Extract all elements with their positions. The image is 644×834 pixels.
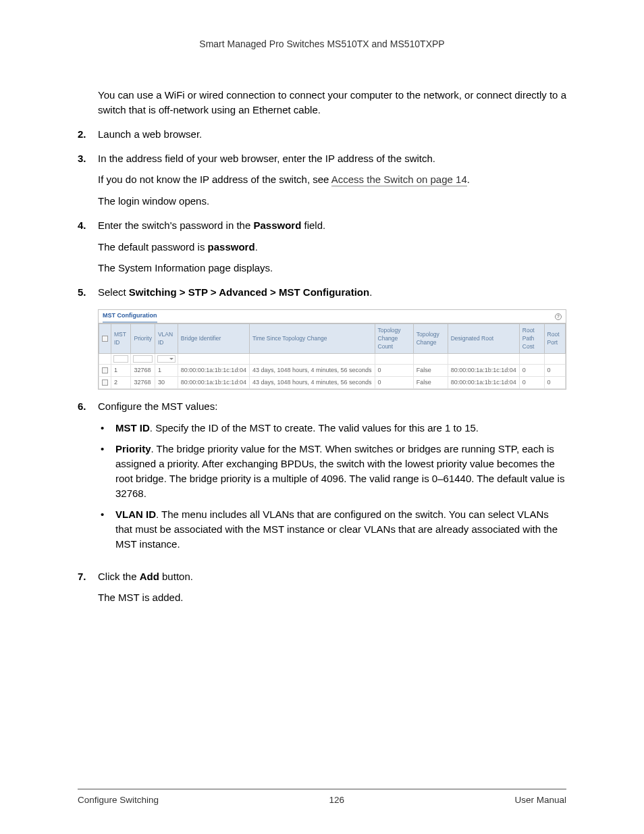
label-priority: Priority bbox=[115, 443, 151, 454]
filter-vlan-select[interactable] bbox=[157, 355, 176, 363]
col-mstid: MST ID bbox=[111, 323, 131, 353]
mst-config-screenshot: MST Configuration ? MST ID Priority VLAN… bbox=[98, 309, 566, 390]
cell-vlan: 1 bbox=[155, 364, 178, 376]
step-num-5: 5. bbox=[78, 285, 98, 300]
cell-tcc: 0 bbox=[375, 364, 413, 376]
label-mstid: MST ID bbox=[115, 422, 150, 434]
step-5-b: . bbox=[369, 286, 372, 298]
bullet-priority: • Priority. The bridge priority value fo… bbox=[98, 442, 566, 500]
step-3-text: In the address field of your web browser… bbox=[98, 151, 566, 166]
step-num-2: 2. bbox=[78, 127, 98, 142]
cell-bridge: 80:00:00:1a:1b:1c:1d:04 bbox=[178, 376, 249, 388]
col-tc: Topology Change bbox=[413, 323, 448, 353]
step-3-after: The login window opens. bbox=[98, 194, 566, 209]
row-checkbox[interactable] bbox=[102, 367, 108, 373]
step-4-note2: The System Information page displays. bbox=[98, 261, 566, 276]
bullet-icon: • bbox=[98, 507, 115, 551]
menu-path: Switching > STP > Advanced > MST Configu… bbox=[129, 286, 369, 298]
step-2-text: Launch a web browser. bbox=[98, 127, 566, 142]
table-row: 1 32768 1 80:00:00:1a:1b:1c:1d:04 43 day… bbox=[99, 364, 566, 376]
footer-section: Configure Switching bbox=[78, 793, 159, 807]
step-2: 2. Launch a web browser. bbox=[78, 127, 566, 142]
filter-row bbox=[99, 353, 566, 364]
default-password: password bbox=[208, 241, 255, 253]
cell-priority: 32768 bbox=[131, 364, 155, 376]
step-7-after: The MST is added. bbox=[98, 590, 566, 605]
col-priority: Priority bbox=[131, 323, 155, 353]
cell-mstid: 1 bbox=[111, 364, 131, 376]
text-mstid: . Specify the ID of the MST to create. T… bbox=[150, 422, 479, 434]
step-5: 5. Select Switching > STP > Advanced > M… bbox=[78, 285, 566, 300]
doc-header: Smart Managed Pro Switches MS510TX and M… bbox=[78, 37, 566, 51]
table-row: 2 32768 30 80:00:00:1a:1b:1c:1d:04 43 da… bbox=[99, 376, 566, 388]
cell-tcc: 0 bbox=[375, 376, 413, 388]
step-4-a: Enter the switch's password in the bbox=[98, 219, 253, 231]
filter-mstid[interactable] bbox=[113, 355, 128, 363]
bullet-vlan: • VLAN ID. The menu includes all VLANs t… bbox=[98, 507, 566, 551]
step-7: 7. Click the Add button. The MST is adde… bbox=[78, 569, 566, 606]
step-4-note1: The default password is password. bbox=[98, 240, 566, 255]
intro-paragraph: You can use a WiFi or wired connection t… bbox=[98, 88, 566, 118]
col-droot: Designated Root bbox=[448, 323, 519, 353]
step-6-text: Configure the MST values: bbox=[98, 399, 566, 414]
bullet-icon: • bbox=[98, 421, 115, 436]
step-num-7: 7. bbox=[78, 569, 98, 606]
cell-tc: False bbox=[413, 364, 448, 376]
cell-priority: 32768 bbox=[131, 376, 155, 388]
help-icon[interactable]: ? bbox=[555, 313, 562, 320]
text-vlan: . The menu includes all VLANs that are c… bbox=[115, 509, 558, 550]
bullet-mstid: • MST ID. Specify the ID of the MST to c… bbox=[98, 421, 566, 436]
cell-rpc: 0 bbox=[519, 376, 544, 388]
step-3-note-b: . bbox=[467, 174, 470, 185]
filter-priority[interactable] bbox=[133, 355, 152, 363]
mst-table: MST ID Priority VLAN ID Bridge Identifie… bbox=[99, 323, 566, 389]
label-vlan: VLAN ID bbox=[115, 509, 156, 520]
step-num-3: 3. bbox=[78, 151, 98, 209]
step-4-text: Enter the switch's password in the Passw… bbox=[98, 218, 566, 233]
cell-rport: 0 bbox=[544, 364, 565, 376]
col-tstc: Time Since Topology Change bbox=[249, 323, 375, 353]
row-checkbox[interactable] bbox=[102, 380, 108, 386]
footer-page: 126 bbox=[329, 793, 345, 807]
text-priority: . The bridge priority value for the MST.… bbox=[115, 443, 564, 498]
access-switch-link[interactable]: Access the Switch on page 14 bbox=[331, 174, 467, 186]
doc-footer: Configure Switching 126 User Manual bbox=[78, 789, 566, 807]
step-7-b: button. bbox=[159, 571, 193, 582]
step-4-n1a: The default password is bbox=[98, 241, 208, 253]
step-3: 3. In the address field of your web brow… bbox=[78, 151, 566, 209]
step-7-a: Click the bbox=[98, 571, 140, 582]
col-tcc: Topology Change Count bbox=[375, 323, 413, 353]
cell-bridge: 80:00:00:1a:1b:1c:1d:04 bbox=[178, 364, 249, 376]
bullet-icon: • bbox=[98, 442, 115, 500]
footer-title: User Manual bbox=[514, 793, 566, 807]
step-7-text: Click the Add button. bbox=[98, 569, 566, 584]
col-vlan: VLAN ID bbox=[155, 323, 178, 353]
col-rpc: Root Path Cost bbox=[519, 323, 544, 353]
col-rport: Root Port bbox=[544, 323, 565, 353]
step-5-text: Select Switching > STP > Advanced > MST … bbox=[98, 285, 566, 300]
add-button-label: Add bbox=[140, 571, 159, 582]
cell-vlan: 30 bbox=[155, 376, 178, 388]
step-3-note: If you do not know the IP address of the… bbox=[98, 172, 566, 187]
cell-tstc: 43 days, 1048 hours, 4 minutes, 56 secon… bbox=[249, 376, 375, 388]
mst-config-title: MST Configuration bbox=[103, 311, 157, 323]
select-all-checkbox[interactable] bbox=[102, 336, 108, 342]
step-6: 6. Configure the MST values: • MST ID. S… bbox=[78, 399, 566, 560]
cell-mstid: 2 bbox=[111, 376, 131, 388]
cell-rpc: 0 bbox=[519, 364, 544, 376]
step-3-note-a: If you do not know the IP address of the… bbox=[98, 174, 331, 185]
step-num-4: 4. bbox=[78, 218, 98, 276]
cell-droot: 80:00:00:1a:1b:1c:1d:04 bbox=[448, 364, 519, 376]
step-4-n1b: . bbox=[255, 241, 258, 253]
cell-droot: 80:00:00:1a:1b:1c:1d:04 bbox=[448, 376, 519, 388]
password-field-label: Password bbox=[253, 219, 301, 231]
step-5-a: Select bbox=[98, 286, 129, 298]
step-4-b: field. bbox=[301, 219, 325, 231]
cell-tc: False bbox=[413, 376, 448, 388]
step-4: 4. Enter the switch's password in the Pa… bbox=[78, 218, 566, 276]
step-num-6: 6. bbox=[78, 399, 98, 560]
cell-tstc: 43 days, 1048 hours, 4 minutes, 56 secon… bbox=[249, 364, 375, 376]
cell-rport: 0 bbox=[544, 376, 565, 388]
chevron-down-icon bbox=[169, 358, 173, 360]
col-bridge: Bridge Identifier bbox=[178, 323, 249, 353]
